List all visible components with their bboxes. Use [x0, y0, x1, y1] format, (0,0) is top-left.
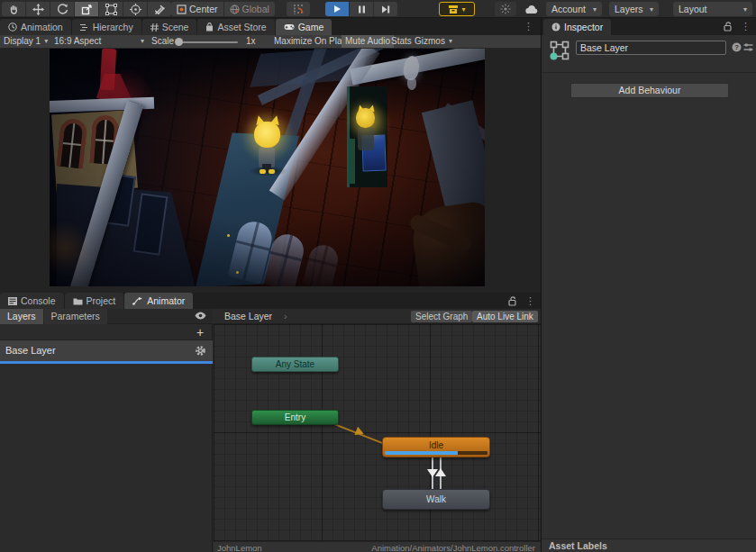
collab-button[interactable]: ▾ — [439, 2, 475, 16]
tab-project[interactable]: Project — [65, 293, 124, 309]
scale-slider-track[interactable] — [178, 41, 238, 43]
tab-inspector-label: Inspector — [564, 22, 603, 32]
state-machine-graph[interactable]: Any State Entry Idle Walk — [214, 324, 541, 541]
select-graph-button[interactable]: Select Graph — [411, 311, 472, 322]
presets-icon[interactable] — [743, 42, 753, 52]
aspect-label: 16:9 Aspect — [54, 35, 101, 48]
pause-button[interactable] — [350, 2, 373, 16]
step-button[interactable] — [374, 2, 397, 16]
aspect-dropdown[interactable]: 16:9 Aspect▾ — [50, 35, 148, 48]
transform-tools — [2, 2, 171, 16]
progressive-lightmapper-button[interactable] — [495, 2, 516, 16]
display-caret-icon: ▾ — [44, 35, 48, 48]
account-label: Account — [551, 4, 586, 14]
state-node-idle[interactable]: Idle — [382, 437, 490, 457]
move-tool-button[interactable] — [26, 2, 50, 16]
breadcrumb-chevron-icon: › — [284, 311, 287, 321]
help-icon[interactable]: ? — [732, 42, 742, 52]
scale-slider-knob[interactable] — [175, 38, 183, 46]
asset-labels-section[interactable]: Asset Labels — [542, 538, 756, 552]
tab-console-label: Console — [21, 295, 56, 306]
unlock-icon[interactable] — [724, 22, 733, 32]
tab-console[interactable]: Console — [0, 293, 64, 309]
space-label: Global — [242, 4, 269, 14]
scale-tool-button[interactable] — [75, 2, 98, 16]
parameters-tab[interactable]: Parameters — [44, 309, 107, 324]
mute-audio-toggle[interactable]: Mute Audio — [342, 35, 394, 48]
transform-tool-button[interactable] — [123, 2, 147, 16]
gizmos-caret-icon: ▾ — [449, 35, 452, 48]
breadcrumb[interactable]: Base Layer — [224, 311, 272, 321]
inspector-divider — [542, 72, 756, 73]
state-node-walk[interactable]: Walk — [382, 489, 490, 510]
layer-name-field[interactable] — [576, 41, 726, 55]
layers-tab[interactable]: Layers — [0, 309, 43, 324]
idle-playback-bar — [385, 451, 487, 455]
cloud-services-button[interactable] — [521, 1, 542, 17]
maximize-on-play-toggle[interactable]: Maximize On Play — [270, 35, 351, 48]
pivot-toggle-button[interactable]: Center — [171, 2, 223, 16]
rect-tool-button[interactable] — [99, 2, 123, 16]
layer-weight-bar — [0, 361, 213, 364]
animator-unlock-icon[interactable] — [508, 296, 517, 306]
tab-animator-label: Animator — [147, 295, 185, 306]
pane-kebab-icon[interactable]: ⋮ — [524, 21, 533, 32]
hand-tool-button[interactable] — [2, 2, 25, 16]
asset-store-bag-icon — [205, 23, 214, 32]
account-dropdown[interactable]: Account▾ — [546, 2, 602, 16]
game-view-toolbar: Display 1▾ 16:9 Aspect▾ Scale 1x Maximiz… — [0, 35, 541, 49]
animator-kebab-icon[interactable]: ⋮ — [525, 295, 535, 307]
tab-game[interactable]: Game — [276, 19, 332, 35]
layer-list-header: + — [0, 324, 213, 340]
layers-caret-icon: ▾ — [650, 5, 653, 14]
controller-path: Animation/Animators/JohnLemon.controller — [371, 543, 535, 552]
rotate-icon — [57, 4, 68, 15]
tab-animator[interactable]: Animator — [124, 293, 193, 309]
game-scene — [50, 49, 485, 286]
scale-label: Scale — [148, 35, 178, 48]
tab-scene[interactable]: Scene — [142, 19, 197, 35]
display-dropdown[interactable]: Display 1▾ — [0, 35, 51, 48]
play-button[interactable] — [325, 2, 349, 16]
rotate-tool-button[interactable] — [50, 2, 74, 16]
view-tab-strip: Animation Hierarchy Scene Asset Store Ga… — [0, 18, 541, 35]
animator-status-bar: JohnLemon Animation/Animators/JohnLemon.… — [214, 541, 541, 552]
hierarchy-icon — [80, 23, 89, 32]
eye-icon[interactable] — [195, 312, 206, 320]
tab-animation[interactable]: Animation — [0, 19, 71, 35]
folder-icon — [73, 297, 83, 305]
tab-asset-store-label: Asset Store — [217, 22, 266, 32]
auto-live-link-toggle[interactable]: Auto Live Link — [472, 311, 538, 322]
layout-dropdown[interactable]: Layout▾ — [673, 2, 752, 16]
space-toggle-button[interactable]: Global — [224, 2, 275, 16]
info-icon — [551, 23, 560, 32]
unity-editor-window: Center Global ▾ Account▾ — [0, 0, 756, 552]
collab-caret: ▾ — [461, 5, 465, 14]
transform-icon — [130, 4, 141, 15]
selected-object-name: JohnLemon — [217, 543, 262, 552]
inspector-kebab-icon[interactable]: ⋮ — [741, 21, 751, 32]
playmode-controls — [325, 2, 397, 16]
tab-inspector[interactable]: Inspector — [543, 19, 611, 35]
gizmos-dropdown[interactable]: Gizmos▾ — [411, 35, 456, 48]
add-layer-button[interactable]: + — [193, 325, 207, 339]
layers-dropdown[interactable]: Layers▾ — [609, 2, 659, 16]
tab-asset-store[interactable]: Asset Store — [197, 19, 274, 35]
tab-hierarchy[interactable]: Hierarchy — [72, 19, 141, 35]
scale-value: 1x — [242, 35, 260, 48]
animator-breadcrumb-bar: Base Layer › Select Graph Auto Live Link — [214, 309, 541, 324]
custom-tool-button[interactable] — [148, 2, 171, 16]
state-node-entry[interactable]: Entry — [251, 410, 339, 425]
animator-left-pane: Layers Parameters + Base Layer — [0, 309, 213, 552]
grid-snap-button[interactable] — [287, 2, 310, 16]
tab-project-label: Project — [87, 295, 116, 306]
layout-label: Layout — [679, 4, 707, 14]
transition-up-arrowhead-icon — [435, 468, 446, 476]
add-behaviour-button[interactable]: Add Behaviour — [570, 83, 729, 98]
layer-row-base-layer[interactable]: Base Layer — [0, 340, 213, 364]
grid-snap-icon — [293, 4, 305, 15]
layer-settings-gear-icon[interactable] — [195, 345, 206, 357]
state-node-any-state[interactable]: Any State — [251, 357, 339, 372]
layout-caret-icon: ▾ — [743, 5, 747, 14]
console-icon — [8, 297, 17, 305]
